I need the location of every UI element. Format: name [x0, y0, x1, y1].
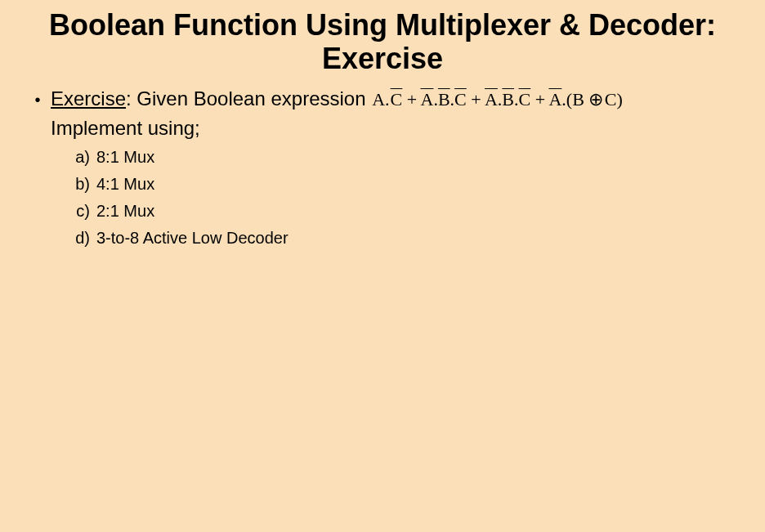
list-item: b) 4:1 Mux	[67, 173, 740, 195]
slide: Boolean Function Using Multiplexer & Dec…	[0, 0, 765, 532]
plus-3: +	[530, 89, 548, 110]
term1-c-bar: C	[391, 89, 403, 110]
bullet-marker: •	[25, 86, 51, 114]
list-item: d) 3-to-8 Active Low Decoder	[67, 227, 740, 249]
plus-1: +	[402, 89, 420, 110]
term2-a-bar: A	[421, 89, 434, 110]
slide-body: • Exercise: Given Boolean expression A.C…	[25, 86, 740, 249]
exercise-lead: : Given Boolean expression	[126, 87, 371, 110]
list-item: c) 2:1 Mux	[67, 200, 740, 222]
boolean-expression: A.C + A.B.C + A.B.C + A.(B C)	[371, 89, 623, 110]
item-text-d: 3-to-8 Active Low Decoder	[96, 227, 740, 249]
term2-c-bar: C	[454, 89, 467, 110]
term3-b-bar: B	[502, 89, 514, 110]
term2-b-bar: B	[438, 89, 450, 110]
term4-a-bar: A	[548, 89, 561, 110]
implement-line: Implement using;	[51, 115, 740, 141]
item-text-b: 4:1 Mux	[96, 173, 740, 195]
item-letter-a: a)	[67, 146, 96, 168]
bullet-text: Exercise: Given Boolean expression A.C +…	[51, 86, 740, 112]
term1-a: A.	[371, 89, 390, 110]
plus-2: +	[467, 89, 485, 110]
item-text-c: 2:1 Mux	[96, 200, 740, 222]
slide-title: Boolean Function Using Multiplexer & Dec…	[25, 0, 740, 81]
item-letter-d: d)	[67, 227, 96, 249]
sublist: a) 8:1 Mux b) 4:1 Mux c) 2:1 Mux d) 3-to…	[67, 146, 740, 249]
bullet-row: • Exercise: Given Boolean expression A.C…	[25, 86, 740, 114]
item-letter-b: b)	[67, 173, 96, 195]
list-item: a) 8:1 Mux	[67, 146, 740, 168]
term3-c-bar: C	[519, 89, 531, 110]
item-letter-c: c)	[67, 200, 96, 222]
item-text-a: 8:1 Mux	[96, 146, 740, 168]
term4-open: .(B	[561, 89, 584, 110]
term4-close: C)	[605, 89, 623, 110]
term3-a-bar: A	[485, 89, 498, 110]
xor-icon	[588, 87, 600, 112]
exercise-label: Exercise	[51, 87, 126, 110]
